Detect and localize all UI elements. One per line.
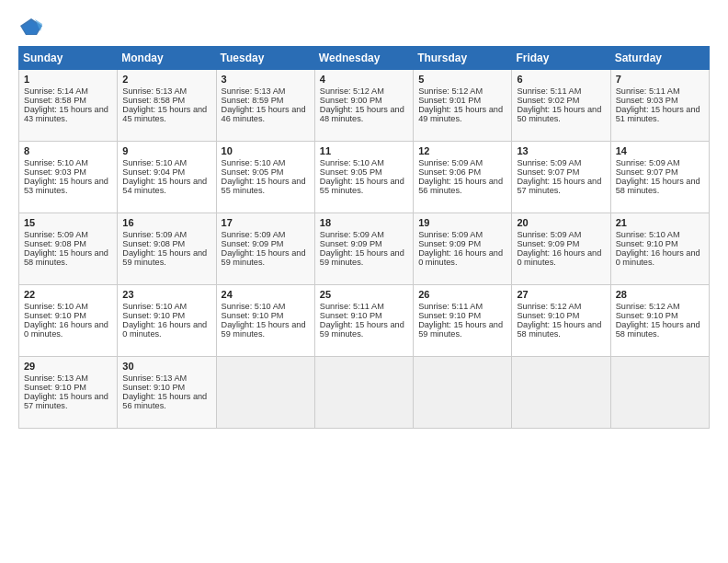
day-number: 13 [517,145,605,156]
header-row: SundayMondayTuesdayWednesdayThursdayFrid… [19,47,710,70]
day-number: 26 [418,289,506,300]
calendar-cell: 30Sunrise: 5:13 AMSunset: 9:10 PMDayligh… [118,357,216,429]
calendar-cell: 20Sunrise: 5:09 AMSunset: 9:09 PMDayligh… [512,213,610,285]
calendar-cell: 7Sunrise: 5:11 AMSunset: 9:03 PMDaylight… [610,70,709,142]
calendar-cell: 14Sunrise: 5:09 AMSunset: 9:07 PMDayligh… [610,142,709,213]
day-number: 27 [517,289,605,300]
day-number: 25 [320,289,408,300]
calendar-cell: 27Sunrise: 5:12 AMSunset: 9:10 PMDayligh… [512,285,610,357]
calendar-cell: 11Sunrise: 5:10 AMSunset: 9:05 PMDayligh… [314,142,413,213]
day-number: 28 [616,289,704,300]
col-header-sunday: Sunday [19,47,118,70]
day-number: 12 [418,145,506,156]
day-number: 2 [122,74,210,85]
calendar-cell: 4Sunrise: 5:12 AMSunset: 9:00 PMDaylight… [314,70,413,142]
day-number: 22 [24,289,112,300]
week-row-5: 29Sunrise: 5:13 AMSunset: 9:10 PMDayligh… [19,357,710,429]
header [18,17,710,37]
logo-icon [18,17,44,37]
calendar-cell: 10Sunrise: 5:10 AMSunset: 9:05 PMDayligh… [216,142,314,213]
day-number: 7 [616,74,704,85]
day-number: 24 [222,289,310,300]
col-header-monday: Monday [118,47,216,70]
calendar-cell [216,357,314,429]
day-number: 1 [24,74,112,85]
calendar-cell: 1Sunrise: 5:14 AMSunset: 8:58 PMDaylight… [19,70,118,142]
calendar-cell: 13Sunrise: 5:09 AMSunset: 9:07 PMDayligh… [512,142,610,213]
calendar-cell [512,357,610,429]
day-number: 20 [517,217,605,228]
day-number: 15 [24,217,112,228]
col-header-tuesday: Tuesday [216,47,314,70]
day-number: 3 [222,74,310,85]
day-number: 30 [122,361,210,372]
day-number: 5 [418,74,506,85]
calendar-cell: 5Sunrise: 5:12 AMSunset: 9:01 PMDaylight… [414,70,512,142]
day-number: 11 [320,145,408,156]
calendar-page: SundayMondayTuesdayWednesdayThursdayFrid… [0,0,728,563]
day-number: 23 [122,289,210,300]
calendar-cell: 17Sunrise: 5:09 AMSunset: 9:09 PMDayligh… [216,213,314,285]
week-row-2: 8Sunrise: 5:10 AMSunset: 9:03 PMDaylight… [19,142,710,213]
day-number: 8 [24,145,112,156]
calendar-header: SundayMondayTuesdayWednesdayThursdayFrid… [19,47,710,70]
calendar-cell: 6Sunrise: 5:11 AMSunset: 9:02 PMDaylight… [512,70,610,142]
calendar-cell: 19Sunrise: 5:09 AMSunset: 9:09 PMDayligh… [414,213,512,285]
day-number: 10 [222,145,310,156]
week-row-3: 15Sunrise: 5:09 AMSunset: 9:08 PMDayligh… [19,213,710,285]
calendar-body: 1Sunrise: 5:14 AMSunset: 8:58 PMDaylight… [19,70,710,429]
col-header-friday: Friday [512,47,610,70]
calendar-cell: 21Sunrise: 5:10 AMSunset: 9:10 PMDayligh… [610,213,709,285]
day-number: 21 [616,217,704,228]
calendar-cell: 18Sunrise: 5:09 AMSunset: 9:09 PMDayligh… [314,213,413,285]
week-row-1: 1Sunrise: 5:14 AMSunset: 8:58 PMDaylight… [19,70,710,142]
week-row-4: 22Sunrise: 5:10 AMSunset: 9:10 PMDayligh… [19,285,710,357]
day-number: 4 [320,74,408,85]
calendar-cell: 12Sunrise: 5:09 AMSunset: 9:06 PMDayligh… [414,142,512,213]
calendar-cell: 8Sunrise: 5:10 AMSunset: 9:03 PMDaylight… [19,142,118,213]
calendar-cell: 29Sunrise: 5:13 AMSunset: 9:10 PMDayligh… [19,357,118,429]
calendar-cell [610,357,709,429]
calendar-cell: 3Sunrise: 5:13 AMSunset: 8:59 PMDaylight… [216,70,314,142]
day-number: 18 [320,217,408,228]
day-number: 6 [517,74,605,85]
calendar-cell: 25Sunrise: 5:11 AMSunset: 9:10 PMDayligh… [314,285,413,357]
day-number: 29 [24,361,112,372]
col-header-thursday: Thursday [414,47,512,70]
calendar-cell: 22Sunrise: 5:10 AMSunset: 9:10 PMDayligh… [19,285,118,357]
day-number: 16 [122,217,210,228]
calendar-cell: 26Sunrise: 5:11 AMSunset: 9:10 PMDayligh… [414,285,512,357]
calendar-cell [414,357,512,429]
calendar-cell: 15Sunrise: 5:09 AMSunset: 9:08 PMDayligh… [19,213,118,285]
day-number: 17 [222,217,310,228]
calendar-cell: 28Sunrise: 5:12 AMSunset: 9:10 PMDayligh… [610,285,709,357]
logo [18,17,46,37]
day-number: 19 [418,217,506,228]
calendar-cell [314,357,413,429]
calendar-cell: 2Sunrise: 5:13 AMSunset: 8:58 PMDaylight… [118,70,216,142]
col-header-saturday: Saturday [610,47,709,70]
day-number: 9 [122,145,210,156]
day-number: 14 [616,145,704,156]
calendar-cell: 16Sunrise: 5:09 AMSunset: 9:08 PMDayligh… [118,213,216,285]
calendar-table: SundayMondayTuesdayWednesdayThursdayFrid… [18,46,710,429]
calendar-cell: 24Sunrise: 5:10 AMSunset: 9:10 PMDayligh… [216,285,314,357]
calendar-cell: 9Sunrise: 5:10 AMSunset: 9:04 PMDaylight… [118,142,216,213]
col-header-wednesday: Wednesday [314,47,413,70]
calendar-cell: 23Sunrise: 5:10 AMSunset: 9:10 PMDayligh… [118,285,216,357]
